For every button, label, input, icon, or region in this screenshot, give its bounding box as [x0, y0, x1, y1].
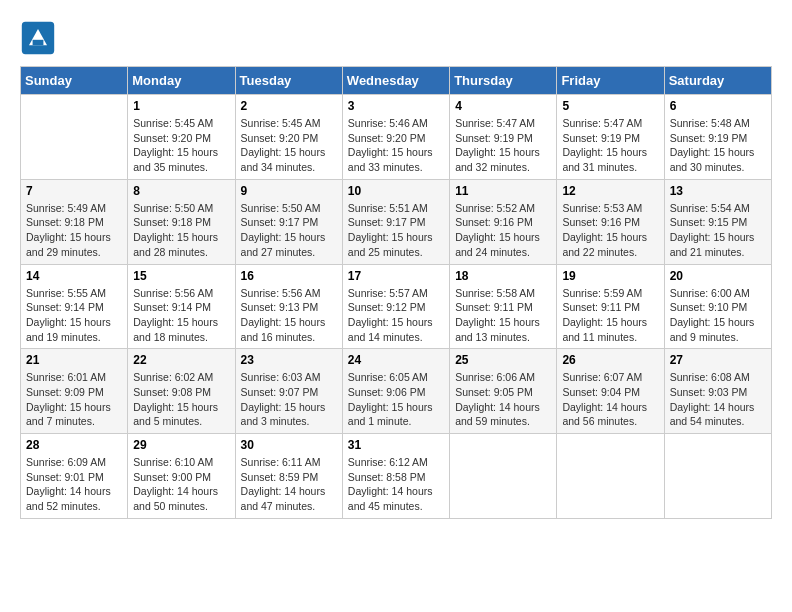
day-number: 23: [241, 353, 337, 367]
calendar-cell: 11Sunrise: 5:52 AM Sunset: 9:16 PM Dayli…: [450, 179, 557, 264]
day-info: Sunrise: 5:47 AM Sunset: 9:19 PM Dayligh…: [455, 116, 551, 175]
day-number: 26: [562, 353, 658, 367]
day-number: 22: [133, 353, 229, 367]
day-number: 9: [241, 184, 337, 198]
calendar-cell: 16Sunrise: 5:56 AM Sunset: 9:13 PM Dayli…: [235, 264, 342, 349]
calendar-week-row: 21Sunrise: 6:01 AM Sunset: 9:09 PM Dayli…: [21, 349, 772, 434]
day-info: Sunrise: 6:11 AM Sunset: 8:59 PM Dayligh…: [241, 455, 337, 514]
logo: [20, 20, 60, 56]
calendar-cell: 4Sunrise: 5:47 AM Sunset: 9:19 PM Daylig…: [450, 95, 557, 180]
day-info: Sunrise: 6:02 AM Sunset: 9:08 PM Dayligh…: [133, 370, 229, 429]
day-number: 10: [348, 184, 444, 198]
calendar-cell: 6Sunrise: 5:48 AM Sunset: 9:19 PM Daylig…: [664, 95, 771, 180]
calendar-cell: 12Sunrise: 5:53 AM Sunset: 9:16 PM Dayli…: [557, 179, 664, 264]
day-info: Sunrise: 5:49 AM Sunset: 9:18 PM Dayligh…: [26, 201, 122, 260]
day-info: Sunrise: 6:00 AM Sunset: 9:10 PM Dayligh…: [670, 286, 766, 345]
day-info: Sunrise: 6:09 AM Sunset: 9:01 PM Dayligh…: [26, 455, 122, 514]
day-info: Sunrise: 6:12 AM Sunset: 8:58 PM Dayligh…: [348, 455, 444, 514]
day-number: 16: [241, 269, 337, 283]
calendar-cell: 2Sunrise: 5:45 AM Sunset: 9:20 PM Daylig…: [235, 95, 342, 180]
calendar-cell: 25Sunrise: 6:06 AM Sunset: 9:05 PM Dayli…: [450, 349, 557, 434]
day-number: 14: [26, 269, 122, 283]
svg-rect-2: [33, 40, 44, 45]
calendar-cell: 21Sunrise: 6:01 AM Sunset: 9:09 PM Dayli…: [21, 349, 128, 434]
calendar-cell: 9Sunrise: 5:50 AM Sunset: 9:17 PM Daylig…: [235, 179, 342, 264]
day-info: Sunrise: 5:58 AM Sunset: 9:11 PM Dayligh…: [455, 286, 551, 345]
day-info: Sunrise: 5:48 AM Sunset: 9:19 PM Dayligh…: [670, 116, 766, 175]
calendar-cell: 27Sunrise: 6:08 AM Sunset: 9:03 PM Dayli…: [664, 349, 771, 434]
day-number: 19: [562, 269, 658, 283]
day-info: Sunrise: 6:08 AM Sunset: 9:03 PM Dayligh…: [670, 370, 766, 429]
calendar-cell: 24Sunrise: 6:05 AM Sunset: 9:06 PM Dayli…: [342, 349, 449, 434]
day-info: Sunrise: 6:06 AM Sunset: 9:05 PM Dayligh…: [455, 370, 551, 429]
day-info: Sunrise: 5:46 AM Sunset: 9:20 PM Dayligh…: [348, 116, 444, 175]
header-day-sunday: Sunday: [21, 67, 128, 95]
calendar-cell: 7Sunrise: 5:49 AM Sunset: 9:18 PM Daylig…: [21, 179, 128, 264]
day-number: 7: [26, 184, 122, 198]
day-number: 30: [241, 438, 337, 452]
day-info: Sunrise: 6:03 AM Sunset: 9:07 PM Dayligh…: [241, 370, 337, 429]
day-number: 3: [348, 99, 444, 113]
day-info: Sunrise: 5:56 AM Sunset: 9:14 PM Dayligh…: [133, 286, 229, 345]
calendar-cell: 31Sunrise: 6:12 AM Sunset: 8:58 PM Dayli…: [342, 434, 449, 519]
day-info: Sunrise: 6:07 AM Sunset: 9:04 PM Dayligh…: [562, 370, 658, 429]
calendar-table: SundayMondayTuesdayWednesdayThursdayFrid…: [20, 66, 772, 519]
day-info: Sunrise: 6:05 AM Sunset: 9:06 PM Dayligh…: [348, 370, 444, 429]
day-number: 25: [455, 353, 551, 367]
calendar-cell: 17Sunrise: 5:57 AM Sunset: 9:12 PM Dayli…: [342, 264, 449, 349]
header-day-saturday: Saturday: [664, 67, 771, 95]
calendar-cell: 28Sunrise: 6:09 AM Sunset: 9:01 PM Dayli…: [21, 434, 128, 519]
day-number: 6: [670, 99, 766, 113]
day-info: Sunrise: 5:50 AM Sunset: 9:18 PM Dayligh…: [133, 201, 229, 260]
day-number: 4: [455, 99, 551, 113]
day-number: 15: [133, 269, 229, 283]
calendar-cell: 1Sunrise: 5:45 AM Sunset: 9:20 PM Daylig…: [128, 95, 235, 180]
calendar-cell: 14Sunrise: 5:55 AM Sunset: 9:14 PM Dayli…: [21, 264, 128, 349]
day-number: 18: [455, 269, 551, 283]
day-number: 1: [133, 99, 229, 113]
calendar-cell: 8Sunrise: 5:50 AM Sunset: 9:18 PM Daylig…: [128, 179, 235, 264]
logo-icon: [20, 20, 56, 56]
day-number: 8: [133, 184, 229, 198]
page-header: [20, 20, 772, 56]
header-day-thursday: Thursday: [450, 67, 557, 95]
day-info: Sunrise: 6:10 AM Sunset: 9:00 PM Dayligh…: [133, 455, 229, 514]
calendar-cell: 15Sunrise: 5:56 AM Sunset: 9:14 PM Dayli…: [128, 264, 235, 349]
calendar-cell: 30Sunrise: 6:11 AM Sunset: 8:59 PM Dayli…: [235, 434, 342, 519]
calendar-cell: 10Sunrise: 5:51 AM Sunset: 9:17 PM Dayli…: [342, 179, 449, 264]
calendar-week-row: 28Sunrise: 6:09 AM Sunset: 9:01 PM Dayli…: [21, 434, 772, 519]
day-info: Sunrise: 5:59 AM Sunset: 9:11 PM Dayligh…: [562, 286, 658, 345]
calendar-week-row: 14Sunrise: 5:55 AM Sunset: 9:14 PM Dayli…: [21, 264, 772, 349]
day-info: Sunrise: 5:45 AM Sunset: 9:20 PM Dayligh…: [241, 116, 337, 175]
header-day-friday: Friday: [557, 67, 664, 95]
day-number: 28: [26, 438, 122, 452]
calendar-cell: 13Sunrise: 5:54 AM Sunset: 9:15 PM Dayli…: [664, 179, 771, 264]
day-info: Sunrise: 5:57 AM Sunset: 9:12 PM Dayligh…: [348, 286, 444, 345]
calendar-cell: [21, 95, 128, 180]
day-number: 29: [133, 438, 229, 452]
day-number: 11: [455, 184, 551, 198]
calendar-cell: 18Sunrise: 5:58 AM Sunset: 9:11 PM Dayli…: [450, 264, 557, 349]
day-number: 21: [26, 353, 122, 367]
calendar-cell: [450, 434, 557, 519]
day-info: Sunrise: 5:52 AM Sunset: 9:16 PM Dayligh…: [455, 201, 551, 260]
calendar-cell: 22Sunrise: 6:02 AM Sunset: 9:08 PM Dayli…: [128, 349, 235, 434]
day-info: Sunrise: 5:56 AM Sunset: 9:13 PM Dayligh…: [241, 286, 337, 345]
day-number: 31: [348, 438, 444, 452]
day-number: 2: [241, 99, 337, 113]
day-info: Sunrise: 5:50 AM Sunset: 9:17 PM Dayligh…: [241, 201, 337, 260]
calendar-cell: 20Sunrise: 6:00 AM Sunset: 9:10 PM Dayli…: [664, 264, 771, 349]
day-number: 13: [670, 184, 766, 198]
day-number: 17: [348, 269, 444, 283]
day-info: Sunrise: 5:51 AM Sunset: 9:17 PM Dayligh…: [348, 201, 444, 260]
header-day-monday: Monday: [128, 67, 235, 95]
calendar-cell: 3Sunrise: 5:46 AM Sunset: 9:20 PM Daylig…: [342, 95, 449, 180]
day-number: 20: [670, 269, 766, 283]
day-number: 27: [670, 353, 766, 367]
calendar-cell: 29Sunrise: 6:10 AM Sunset: 9:00 PM Dayli…: [128, 434, 235, 519]
header-day-wednesday: Wednesday: [342, 67, 449, 95]
day-number: 24: [348, 353, 444, 367]
header-day-tuesday: Tuesday: [235, 67, 342, 95]
calendar-cell: 23Sunrise: 6:03 AM Sunset: 9:07 PM Dayli…: [235, 349, 342, 434]
calendar-header-row: SundayMondayTuesdayWednesdayThursdayFrid…: [21, 67, 772, 95]
